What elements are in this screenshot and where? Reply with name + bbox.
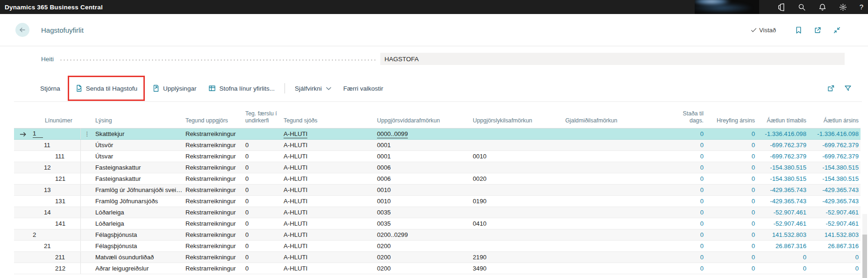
cell-linunumer[interactable]: 131 <box>32 195 80 207</box>
cell-lykils[interactable]: 0020 <box>472 173 564 184</box>
col-header-linunumer[interactable]: Línunúmer <box>32 107 80 128</box>
table-row[interactable]: 141LóðarleigaRekstrarreikningur0A-HLUTI0… <box>14 218 861 229</box>
cell-tegund_uppgjors[interactable]: Rekstrarreikningur <box>185 173 244 184</box>
cell-viddar[interactable]: 0200 <box>376 251 472 263</box>
col-header-stada[interactable]: Staða til dags. <box>669 107 705 128</box>
row-menu-dots[interactable]: ⋮ <box>80 128 94 139</box>
cell-lykils[interactable]: 0410 <box>472 218 564 229</box>
help-icon[interactable]: ? <box>860 0 863 14</box>
cell-timabils[interactable]: 26.867.316 <box>757 240 808 251</box>
cell-teg_faerslu[interactable]: 0 <box>244 139 283 150</box>
cell-timabils[interactable]: -1.336.416.098 <box>757 128 808 139</box>
cell-stada[interactable]: 0 <box>669 128 705 139</box>
cell-teg_faerslu[interactable]: 0 <box>244 229 283 240</box>
cell-stada[interactable]: 0 <box>669 184 705 195</box>
cell-arsins[interactable]: -154.380.515 <box>808 162 861 173</box>
cell-stada[interactable]: 0 <box>669 207 705 218</box>
cell-hreyfing[interactable]: 0 <box>705 139 757 150</box>
cell-hreyfing[interactable]: 0 <box>705 184 757 195</box>
cell-hreyfing[interactable]: 0 <box>705 229 757 240</box>
table-row[interactable]: 121FasteignaskatturRekstrarreikningur0A-… <box>14 173 861 184</box>
cell-hreyfing[interactable]: 0 <box>705 263 757 274</box>
cell-hreyfing[interactable]: 0 <box>705 128 757 139</box>
share-icon[interactable] <box>827 85 835 92</box>
cell-stada[interactable]: 0 <box>669 173 705 184</box>
bell-icon[interactable] <box>818 3 826 11</box>
cell-gjaldmidils[interactable] <box>564 150 669 162</box>
cell-stada[interactable]: 0 <box>669 195 705 207</box>
table-row[interactable]: 1⋮SkatttekjurRekstrarreikningurA-HLUTI00… <box>14 128 861 139</box>
cell-linunumer[interactable]: 212 <box>32 263 80 274</box>
cell-tegund_sjods[interactable]: A-HLUTI <box>283 240 376 251</box>
cell-timabils[interactable]: -699.762.379 <box>757 139 808 150</box>
cell-gjaldmidils[interactable] <box>564 240 669 251</box>
user-account-blurred[interactable] <box>695 0 759 14</box>
table-row[interactable]: 13Framlög úr Jöfnunarsjóði sveita...Reks… <box>14 184 861 195</box>
cell-stada[interactable]: 0 <box>669 251 705 263</box>
cell-linunumer[interactable]: 11 <box>32 139 80 150</box>
cell-tegund_sjods[interactable]: A-HLUTI <box>283 229 376 240</box>
cell-linunumer[interactable]: 13 <box>32 184 80 195</box>
cell-lykils[interactable]: 3490 <box>472 263 564 274</box>
cell-linunumer[interactable]: 121 <box>32 173 80 184</box>
cell-tegund_sjods[interactable]: A-HLUTI <box>283 251 376 263</box>
cell-lysing[interactable]: Útsvör <box>94 139 185 150</box>
cell-viddar[interactable]: 0200 <box>376 263 472 274</box>
cell-stada[interactable]: 0 <box>669 150 705 162</box>
table-row[interactable]: 211Matvæli ósundurliðaðRekstrarreikningu… <box>14 251 861 263</box>
cell-teg_faerslu[interactable]: 0 <box>244 251 283 263</box>
upplysingar-button[interactable]: Upplýsingar <box>146 83 202 93</box>
cell-arsins[interactable]: -52.907.461 <box>808 218 861 229</box>
cell-stada[interactable]: 0 <box>669 240 705 251</box>
cell-tegund_sjods[interactable]: A-HLUTI <box>283 162 376 173</box>
cell-gjaldmidils[interactable] <box>564 162 669 173</box>
cell-viddar[interactable]: 0200..0299 <box>376 229 472 240</box>
cell-teg_faerslu[interactable] <box>244 128 283 139</box>
cell-lykils[interactable] <box>472 207 564 218</box>
send-to-hagstofa-button[interactable]: Senda til Hagstofu <box>69 83 143 93</box>
cell-arsins[interactable]: -1.336.416.098 <box>808 128 861 139</box>
cell-lykils[interactable] <box>472 162 564 173</box>
cell-tegund_sjods[interactable]: A-HLUTI <box>283 184 376 195</box>
cell-teg_faerslu[interactable]: 0 <box>244 240 283 251</box>
cell-stada[interactable]: 0 <box>669 229 705 240</box>
cell-teg_faerslu[interactable]: 0 <box>244 184 283 195</box>
cell-tegund_sjods[interactable]: A-HLUTI <box>283 207 376 218</box>
cell-tegund_sjods[interactable]: A-HLUTI <box>283 218 376 229</box>
col-header-lysing[interactable]: Lýsing <box>94 107 185 128</box>
cell-tegund_uppgjors[interactable]: Rekstrarreikningur <box>185 263 244 274</box>
cell-linunumer[interactable]: 21 <box>32 240 80 251</box>
col-header-viddar[interactable]: Uppgjörsvíddarafmörkun <box>376 107 472 128</box>
table-row[interactable]: 12FasteignaskatturRekstrarreikningur0A-H… <box>14 162 861 173</box>
cell-tegund_uppgjors[interactable]: Rekstrarreikningur <box>185 195 244 207</box>
cell-arsins[interactable]: -699.762.379 <box>808 150 861 162</box>
cell-hreyfing[interactable]: 0 <box>705 173 757 184</box>
cell-tegund_uppgjors[interactable]: Rekstrarreikningur <box>185 139 244 150</box>
cell-arsins[interactable]: -429.365.743 <box>808 195 861 207</box>
cell-viddar[interactable]: 0035 <box>376 207 472 218</box>
col-header-timabils[interactable]: Áætlun tímabils <box>757 107 808 128</box>
cell-tegund_sjods[interactable]: A-HLUTI <box>283 263 376 274</box>
cell-hreyfing[interactable]: 0 <box>705 240 757 251</box>
col-header-hreyfing[interactable]: Hreyfing ársins <box>705 107 757 128</box>
cell-teg_faerslu[interactable]: 0 <box>244 207 283 218</box>
col-header-gjaldmidils[interactable]: Gjaldmiðilsafmörkun <box>564 107 669 128</box>
cell-timabils[interactable]: 0 <box>757 263 808 274</box>
cell-timabils[interactable]: 141.532.803 <box>757 229 808 240</box>
cell-lykils[interactable] <box>472 229 564 240</box>
cell-timabils[interactable]: -699.762.379 <box>757 150 808 162</box>
filter-icon[interactable] <box>844 85 852 92</box>
cell-linunumer[interactable]: 14 <box>32 207 80 218</box>
cell-gjaldmidils[interactable] <box>564 263 669 274</box>
cell-lykils[interactable]: 0010 <box>472 150 564 162</box>
cell-teg_faerslu[interactable]: 0 <box>244 263 283 274</box>
table-row[interactable]: 2FélagsþjónustaRekstrarreikningur0A-HLUT… <box>14 229 861 240</box>
cell-lykils[interactable] <box>472 139 564 150</box>
cell-linunumer[interactable]: 111 <box>32 150 80 162</box>
cell-lysing[interactable]: Aðrar leigugreiðslur <box>94 263 185 274</box>
cell-tegund_sjods[interactable]: A-HLUTI <box>283 128 376 139</box>
vertical-scrollbar[interactable] <box>862 214 867 278</box>
table-row[interactable]: 11ÚtsvörRekstrarreikningur0A-HLUTI000100… <box>14 139 861 150</box>
cell-hreyfing[interactable]: 0 <box>705 162 757 173</box>
table-row[interactable]: 212Aðrar leigugreiðslurRekstrarreikningu… <box>14 263 861 274</box>
